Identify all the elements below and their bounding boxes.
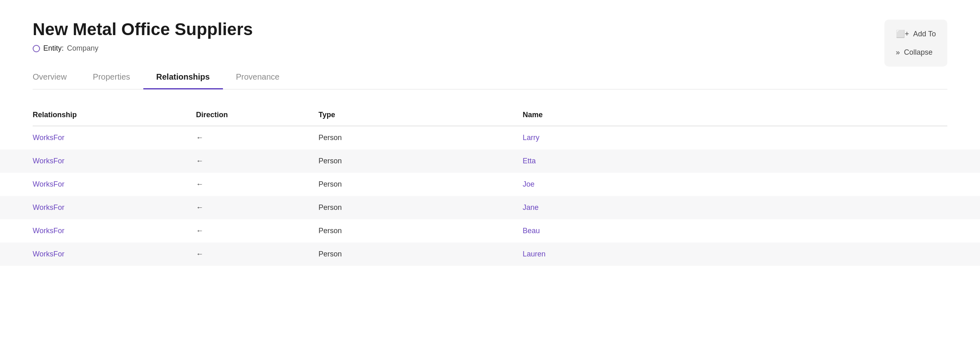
- name-link[interactable]: Etta: [523, 157, 536, 165]
- direction-cell: ←: [196, 227, 203, 235]
- top-right-actions: ⬜+ Add To » Collapse: [884, 20, 947, 67]
- direction-cell: ←: [196, 203, 203, 212]
- relationship-link[interactable]: WorksFor: [33, 227, 65, 235]
- direction-cell: ←: [196, 157, 203, 165]
- relationship-link[interactable]: WorksFor: [33, 203, 65, 212]
- col-header-name: Name: [523, 111, 947, 119]
- relationship-link[interactable]: WorksFor: [33, 157, 65, 165]
- tabs-row: Overview Properties Relationships Proven…: [33, 66, 947, 89]
- type-cell: Person: [318, 203, 342, 212]
- tab-overview[interactable]: Overview: [33, 66, 80, 89]
- type-cell: Person: [318, 134, 342, 142]
- col-header-direction: Direction: [196, 111, 318, 119]
- relationships-table: Relationship Direction Type Name WorksFo…: [33, 106, 947, 266]
- entity-label: Entity:: [43, 44, 64, 53]
- table-row: WorksFor ← Person Beau: [33, 219, 947, 243]
- direction-cell: ←: [196, 134, 203, 142]
- add-to-icon: ⬜+: [896, 29, 909, 38]
- main-content: New Metal Office Suppliers Entity: Compa…: [0, 0, 980, 285]
- type-cell: Person: [318, 250, 342, 258]
- tab-relationships[interactable]: Relationships: [143, 66, 223, 89]
- table-row: WorksFor ← Person Lauren: [0, 243, 980, 266]
- relationship-link[interactable]: WorksFor: [33, 180, 65, 188]
- direction-cell: ←: [196, 180, 203, 188]
- page-title: New Metal Office Suppliers: [33, 20, 947, 39]
- header-section: New Metal Office Suppliers Entity: Compa…: [33, 20, 947, 53]
- entity-icon: [33, 45, 40, 52]
- entity-row: Entity: Company: [33, 44, 947, 53]
- col-header-relationship: Relationship: [33, 111, 196, 119]
- table-row: WorksFor ← Person Joe: [33, 173, 947, 196]
- table-row: WorksFor ← Person Larry: [33, 126, 947, 149]
- entity-value: Company: [67, 44, 98, 53]
- collapse-button[interactable]: » Collapse: [894, 45, 938, 60]
- tab-properties[interactable]: Properties: [80, 66, 143, 89]
- table-row: WorksFor ← Person Etta: [0, 149, 980, 173]
- relationship-link[interactable]: WorksFor: [33, 134, 65, 142]
- type-cell: Person: [318, 227, 342, 235]
- name-link[interactable]: Larry: [523, 134, 539, 142]
- tab-provenance[interactable]: Provenance: [223, 66, 293, 89]
- type-cell: Person: [318, 180, 342, 188]
- add-to-button[interactable]: ⬜+ Add To: [894, 26, 938, 42]
- name-link[interactable]: Lauren: [523, 250, 546, 258]
- table-row: WorksFor ← Person Jane: [0, 196, 980, 219]
- direction-cell: ←: [196, 250, 203, 258]
- type-cell: Person: [318, 157, 342, 165]
- name-link[interactable]: Beau: [523, 227, 540, 235]
- collapse-label: Collapse: [904, 48, 933, 57]
- col-header-type: Type: [318, 111, 523, 119]
- collapse-icon: »: [896, 48, 900, 57]
- relationship-link[interactable]: WorksFor: [33, 250, 65, 258]
- table-body: WorksFor ← Person Larry WorksFor ← Perso…: [33, 126, 947, 266]
- add-to-label: Add To: [913, 30, 936, 38]
- table-header: Relationship Direction Type Name: [33, 106, 947, 126]
- name-link[interactable]: Jane: [523, 203, 539, 212]
- name-link[interactable]: Joe: [523, 180, 535, 188]
